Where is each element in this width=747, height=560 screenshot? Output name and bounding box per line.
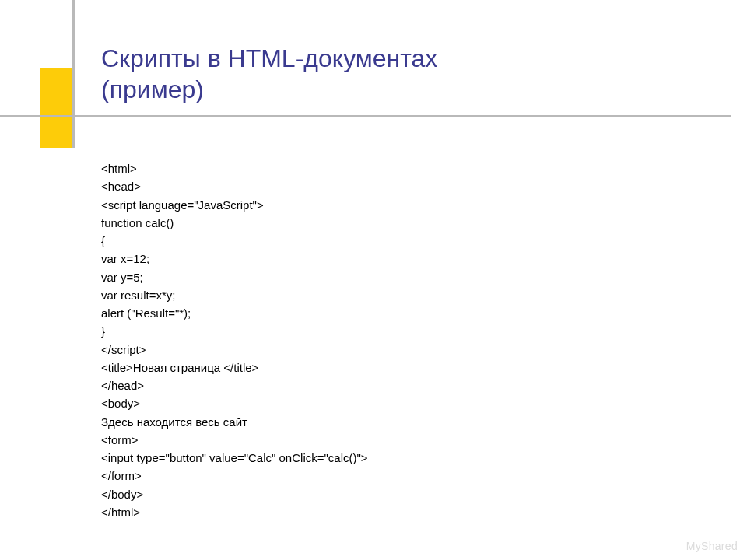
title-line-1: Скрипты в HTML-документах xyxy=(101,44,437,72)
watermark: MyShared xyxy=(686,540,738,552)
yellow-block-bottom xyxy=(40,117,73,148)
gray-bar-horizontal xyxy=(0,115,731,117)
yellow-block-top xyxy=(40,68,73,115)
code-block: <html> <head> <script language="JavaScri… xyxy=(101,159,368,521)
gray-bar-vertical xyxy=(72,0,75,148)
slide-title: Скрипты в HTML-документах (пример) xyxy=(101,43,437,105)
slide: Скрипты в HTML-документах (пример) <html… xyxy=(0,0,747,560)
title-line-2: (пример) xyxy=(101,75,204,103)
